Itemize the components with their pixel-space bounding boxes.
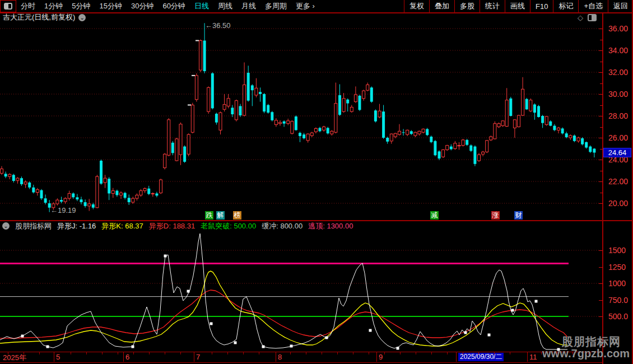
overlay-badge-榜[interactable]: 榜	[233, 211, 241, 220]
indicator-field: 缓冲: 800.00	[262, 221, 302, 231]
time-axis-label: 7	[196, 353, 200, 361]
tool-item-复权[interactable]: 复权	[404, 0, 429, 12]
j-marker	[464, 332, 467, 334]
tools-menu: 复权叠加多股统计画线F10标记+自选返回	[404, 0, 633, 12]
price-axis-label: 26.00	[608, 133, 628, 142]
period-menu: 分时1分钟5分钟15分钟30分钟60分钟日线周线月线多周期更多 ›	[16, 0, 319, 12]
layout-icon	[4, 3, 12, 10]
diamond-icon[interactable]: ◇	[578, 13, 583, 22]
indicator-chart	[0, 231, 602, 352]
tool-item-返回[interactable]: 返回	[608, 0, 633, 12]
j-marker	[290, 344, 293, 347]
indicator-field: 异形D: 188.31	[149, 221, 195, 231]
candlestick-chart	[0, 22, 602, 220]
stock-app-window: 分时1分钟5分钟15分钟30分钟60分钟日线周线月线多周期更多 › 复权叠加多股…	[0, 0, 633, 364]
j-marker	[21, 335, 24, 338]
j-marker	[369, 329, 372, 332]
price-axis-label: 36.00	[608, 24, 628, 33]
chevron-down-circle-icon[interactable]: ⌄	[78, 14, 86, 21]
overlay-badge-解[interactable]: 解	[216, 211, 225, 220]
tool-item-多股[interactable]: 多股	[454, 0, 480, 12]
series-异形K	[0, 271, 567, 346]
time-axis-label: 9	[379, 353, 383, 361]
open-tick-mark	[196, 40, 199, 41]
time-axis-label: 2025年	[3, 353, 26, 363]
indicator-header: ⌄ 股朋指标网 异形J: -1.16异形K: 68.37异形D: 188.31老…	[0, 221, 599, 231]
tool-item-叠加[interactable]: 叠加	[429, 0, 454, 12]
j-marker	[46, 346, 49, 348]
candlesticks	[1, 23, 596, 212]
price-axis-label: 32.00	[608, 68, 628, 77]
time-axis-label: 11	[529, 353, 537, 361]
period-item-更多 ›[interactable]: 更多 ›	[291, 1, 319, 11]
split-panel-icon[interactable]	[588, 14, 597, 21]
price-axis-label: 22.00	[608, 177, 628, 186]
chart-title-row: 吉大正元(日线,前复权) ⌄ ◇	[0, 12, 602, 22]
overlay-badge-减[interactable]: 减	[430, 211, 439, 220]
tool-item-统计[interactable]: 统计	[480, 0, 505, 12]
layout-toggle-button[interactable]	[0, 0, 16, 12]
j-marker	[210, 322, 213, 325]
last-price-tag: 24.64	[603, 148, 631, 157]
indicator-field: 异形J: -1.16	[57, 221, 96, 231]
indicator-field: 异形K: 68.37	[101, 221, 143, 231]
indicator-axis-label: 1500	[608, 246, 626, 255]
period-item-日线[interactable]: 日线	[190, 1, 213, 11]
j-marker	[164, 255, 167, 258]
collapse-indicator-icon[interactable]: ⌄	[2, 222, 10, 230]
j-marker	[535, 300, 538, 302]
indicator-field: 逃顶: 1300.00	[308, 221, 353, 231]
price-axis-label: 34.00	[608, 46, 628, 55]
open-tick-mark	[192, 75, 195, 76]
indicator-axis-label: 1000	[608, 279, 626, 288]
indicator-axis-label: 1250	[608, 263, 626, 272]
overlay-badge-跌[interactable]: 跌	[205, 211, 213, 220]
j-marker	[511, 309, 514, 312]
overlay-badge-财[interactable]: 财	[514, 211, 523, 220]
period-item-月线[interactable]: 月线	[237, 1, 260, 11]
price-annotation: ←36.50	[205, 21, 231, 30]
page-title: 吉大正元(日线,前复权)	[3, 12, 75, 22]
price-annotation: ←19.19	[50, 206, 76, 214]
period-item-30分钟[interactable]: 30分钟	[127, 1, 158, 11]
period-item-60分钟[interactable]: 60分钟	[158, 1, 189, 11]
time-axis-label: 8	[278, 353, 282, 361]
tool-item-+自选[interactable]: +自选	[578, 0, 608, 12]
period-item-多周期[interactable]: 多周期	[260, 1, 291, 11]
j-marker	[325, 336, 328, 339]
j-marker	[187, 290, 190, 293]
tool-item-标记[interactable]: 标记	[553, 0, 578, 12]
indicator-axis-label: 500.0	[608, 312, 628, 321]
indicator-values: 异形J: -1.16异形K: 68.37异形D: 188.31老鼠突破: 500…	[57, 221, 353, 231]
top-menu-bar: 分时1分钟5分钟15分钟30分钟60分钟日线周线月线多周期更多 › 复权叠加多股…	[0, 0, 633, 13]
price-axis-label: 28.00	[608, 111, 628, 120]
j-marker	[488, 334, 491, 337]
j-marker	[397, 347, 399, 349]
time-axis-label: 5	[56, 353, 60, 361]
period-item-5分钟[interactable]: 5分钟	[67, 1, 95, 11]
tool-item-画线[interactable]: 画线	[505, 0, 530, 12]
time-axis-label: 6	[125, 353, 129, 361]
period-item-分时[interactable]: 分时	[16, 1, 40, 11]
period-item-15分钟[interactable]: 15分钟	[95, 1, 126, 11]
j-marker	[132, 346, 134, 348]
price-axis-label: 20.00	[608, 199, 628, 208]
indicator-source[interactable]: 股朋指标网	[15, 221, 52, 231]
j-marker	[234, 341, 237, 344]
j-marker	[262, 346, 265, 348]
series-异形J	[0, 234, 567, 349]
indicator-axis-label: 750.0	[608, 296, 628, 305]
time-axis	[0, 352, 602, 363]
watermark-url: www.7gpzb.com	[542, 347, 630, 360]
open-tick-mark	[188, 105, 191, 106]
axis-separator	[602, 12, 603, 364]
selected-date-tag: 2025/09/30/二	[458, 353, 504, 361]
tool-item-F10[interactable]: F10	[530, 0, 553, 12]
period-item-周线[interactable]: 周线	[213, 1, 237, 11]
indicator-field: 老鼠突破: 500.00	[201, 221, 256, 231]
price-axis-label: 30.00	[608, 90, 628, 99]
period-item-1分钟[interactable]: 1分钟	[40, 1, 67, 11]
overlay-badge-涨[interactable]: 涨	[491, 211, 500, 220]
